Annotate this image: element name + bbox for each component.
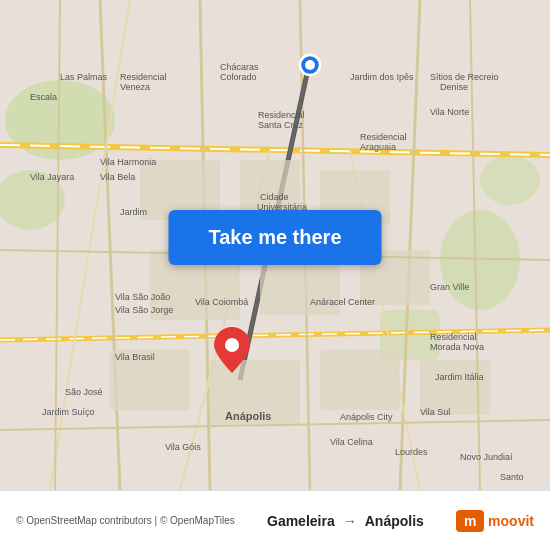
route-info: Gameleira → Anápolis bbox=[235, 513, 456, 529]
svg-text:Sítios de Recreio: Sítios de Recreio bbox=[430, 72, 499, 82]
svg-text:Vila São Jorge: Vila São Jorge bbox=[115, 305, 173, 315]
svg-text:Jardim Suíço: Jardim Suíço bbox=[42, 407, 95, 417]
svg-text:Anápolis City: Anápolis City bbox=[340, 412, 393, 422]
svg-point-4 bbox=[480, 155, 540, 205]
svg-point-74 bbox=[305, 60, 315, 70]
svg-text:Las Palmas: Las Palmas bbox=[60, 72, 108, 82]
svg-text:Vila São João: Vila São João bbox=[115, 292, 170, 302]
svg-rect-27 bbox=[320, 350, 400, 410]
svg-text:Vila Brasil: Vila Brasil bbox=[115, 352, 155, 362]
moovit-brand-text: moovit bbox=[488, 513, 534, 529]
svg-text:Jardim: Jardim bbox=[120, 207, 147, 217]
attribution-text: © OpenStreetMap contributors | © OpenMap… bbox=[16, 515, 235, 526]
svg-text:Santa Cruz: Santa Cruz bbox=[258, 120, 304, 130]
svg-point-75 bbox=[225, 338, 239, 352]
svg-text:São José: São José bbox=[65, 387, 103, 397]
svg-text:Morada Nova: Morada Nova bbox=[430, 342, 484, 352]
moovit-m-icon: m bbox=[456, 510, 484, 532]
svg-text:Jardim Itália: Jardim Itália bbox=[435, 372, 484, 382]
svg-text:Araguaia: Araguaia bbox=[360, 142, 396, 152]
svg-text:Vila Góis: Vila Góis bbox=[165, 442, 201, 452]
destination-label: Anápolis bbox=[365, 513, 424, 529]
svg-text:Residencial: Residencial bbox=[120, 72, 167, 82]
svg-text:Denise: Denise bbox=[440, 82, 468, 92]
svg-text:Residencial: Residencial bbox=[360, 132, 407, 142]
take-me-there-button[interactable]: Take me there bbox=[168, 210, 381, 265]
map-container: Escala Las Palmas Residencial Veneza Chá… bbox=[0, 0, 550, 490]
svg-text:Chácaras: Chácaras bbox=[220, 62, 259, 72]
svg-text:Colorado: Colorado bbox=[220, 72, 257, 82]
footer-bar: © OpenStreetMap contributors | © OpenMap… bbox=[0, 490, 550, 550]
svg-text:Vila Bela: Vila Bela bbox=[100, 172, 135, 182]
svg-text:Gran Ville: Gran Ville bbox=[430, 282, 469, 292]
route-arrow-icon: → bbox=[343, 513, 357, 529]
svg-text:Vila Harmonia: Vila Harmonia bbox=[100, 157, 156, 167]
svg-text:Residencial: Residencial bbox=[430, 332, 477, 342]
svg-text:Anápolis: Anápolis bbox=[225, 410, 271, 422]
svg-text:Veneza: Veneza bbox=[120, 82, 150, 92]
svg-text:Escala: Escala bbox=[30, 92, 57, 102]
svg-text:Vila Norte: Vila Norte bbox=[430, 107, 469, 117]
moovit-logo: m moovit bbox=[456, 510, 534, 532]
svg-text:Lourdes: Lourdes bbox=[395, 447, 428, 457]
origin-label: Gameleira bbox=[267, 513, 335, 529]
svg-text:Anáracel Center: Anáracel Center bbox=[310, 297, 375, 307]
svg-text:Vila Coiombá: Vila Coiombá bbox=[195, 297, 248, 307]
svg-text:Santo: Santo bbox=[500, 472, 524, 482]
svg-text:Vila Sul: Vila Sul bbox=[420, 407, 450, 417]
svg-text:Residencial: Residencial bbox=[258, 110, 305, 120]
svg-text:Vila Jayara: Vila Jayara bbox=[30, 172, 74, 182]
svg-text:Novo Jundiaí: Novo Jundiaí bbox=[460, 452, 513, 462]
svg-text:Jardim dos Ipês: Jardim dos Ipês bbox=[350, 72, 414, 82]
svg-text:Vila Celina: Vila Celina bbox=[330, 437, 373, 447]
svg-text:Cidade: Cidade bbox=[260, 192, 289, 202]
